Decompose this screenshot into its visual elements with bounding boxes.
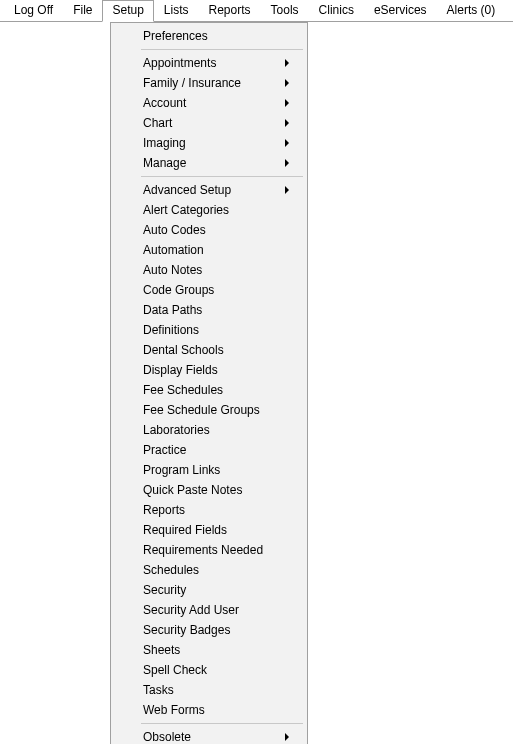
setup-dropdown: Preferences Appointments Family / Insura…: [110, 22, 308, 744]
separator: [141, 723, 303, 724]
menu-item-label: Definitions: [143, 323, 199, 337]
menu-log-off[interactable]: Log Off: [4, 0, 63, 22]
menu-item-label: Auto Notes: [143, 263, 202, 277]
menu-item-label: Sheets: [143, 643, 180, 657]
menu-file[interactable]: File: [63, 0, 102, 22]
submenu-arrow-icon: [285, 733, 289, 741]
menu-clinics[interactable]: Clinics: [309, 0, 364, 22]
menu-item-definitions[interactable]: Definitions: [113, 320, 305, 340]
menu-item-label: Advanced Setup: [143, 183, 231, 197]
menu-item-label: Code Groups: [143, 283, 214, 297]
separator: [141, 176, 303, 177]
menu-item-security-badges[interactable]: Security Badges: [113, 620, 305, 640]
menu-label: Alerts (0): [447, 3, 496, 17]
menu-item-program-links[interactable]: Program Links: [113, 460, 305, 480]
submenu-arrow-icon: [285, 59, 289, 67]
menu-item-label: Fee Schedules: [143, 383, 223, 397]
menu-item-fee-schedule-groups[interactable]: Fee Schedule Groups: [113, 400, 305, 420]
menu-item-display-fields[interactable]: Display Fields: [113, 360, 305, 380]
submenu-arrow-icon: [285, 159, 289, 167]
menu-item-label: Security Badges: [143, 623, 230, 637]
menu-item-label: Required Fields: [143, 523, 227, 537]
menu-item-advanced-setup[interactable]: Advanced Setup: [113, 180, 305, 200]
menu-item-label: Fee Schedule Groups: [143, 403, 260, 417]
menu-item-obsolete[interactable]: Obsolete: [113, 727, 305, 744]
menu-label: Lists: [164, 3, 189, 17]
menu-item-label: Requirements Needed: [143, 543, 263, 557]
menu-item-manage[interactable]: Manage: [113, 153, 305, 173]
menu-item-label: Web Forms: [143, 703, 205, 717]
menu-eservices[interactable]: eServices: [364, 0, 437, 22]
menu-item-label: Tasks: [143, 683, 174, 697]
menu-setup[interactable]: Setup: [102, 0, 153, 22]
menu-item-label: Security: [143, 583, 186, 597]
menu-item-label: Schedules: [143, 563, 199, 577]
menu-item-security[interactable]: Security: [113, 580, 305, 600]
menu-item-required-fields[interactable]: Required Fields: [113, 520, 305, 540]
separator: [141, 49, 303, 50]
menu-item-label: Automation: [143, 243, 204, 257]
menu-item-label: Imaging: [143, 136, 186, 150]
menu-item-automation[interactable]: Automation: [113, 240, 305, 260]
menu-item-quick-paste-notes[interactable]: Quick Paste Notes: [113, 480, 305, 500]
menu-item-label: Auto Codes: [143, 223, 206, 237]
menu-help[interactable]: Help: [505, 0, 513, 22]
menu-item-reports[interactable]: Reports: [113, 500, 305, 520]
menu-item-label: Security Add User: [143, 603, 239, 617]
menu-item-label: Appointments: [143, 56, 216, 70]
menu-item-label: Laboratories: [143, 423, 210, 437]
menu-item-account[interactable]: Account: [113, 93, 305, 113]
menu-item-preferences[interactable]: Preferences: [113, 26, 305, 46]
menu-item-label: Spell Check: [143, 663, 207, 677]
menu-label: File: [73, 3, 92, 17]
menu-item-laboratories[interactable]: Laboratories: [113, 420, 305, 440]
menu-item-label: Data Paths: [143, 303, 202, 317]
menu-item-security-add-user[interactable]: Security Add User: [113, 600, 305, 620]
submenu-arrow-icon: [285, 99, 289, 107]
menu-item-label: Family / Insurance: [143, 76, 241, 90]
menubar: Log Off File Setup Lists Reports Tools C…: [0, 0, 513, 22]
menu-item-auto-codes[interactable]: Auto Codes: [113, 220, 305, 240]
menu-alerts[interactable]: Alerts (0): [437, 0, 506, 22]
menu-item-requirements-needed[interactable]: Requirements Needed: [113, 540, 305, 560]
menu-item-family-insurance[interactable]: Family / Insurance: [113, 73, 305, 93]
menu-item-chart[interactable]: Chart: [113, 113, 305, 133]
menu-item-code-groups[interactable]: Code Groups: [113, 280, 305, 300]
submenu-arrow-icon: [285, 139, 289, 147]
menu-item-dental-schools[interactable]: Dental Schools: [113, 340, 305, 360]
menu-item-web-forms[interactable]: Web Forms: [113, 700, 305, 720]
menu-label: Reports: [209, 3, 251, 17]
menu-item-label: Dental Schools: [143, 343, 224, 357]
menu-item-label: Quick Paste Notes: [143, 483, 242, 497]
menu-label: Log Off: [14, 3, 53, 17]
menu-label: Clinics: [319, 3, 354, 17]
menu-label: Tools: [271, 3, 299, 17]
menu-tools[interactable]: Tools: [261, 0, 309, 22]
menu-item-sheets[interactable]: Sheets: [113, 640, 305, 660]
submenu-arrow-icon: [285, 79, 289, 87]
menu-label: eServices: [374, 3, 427, 17]
submenu-arrow-icon: [285, 119, 289, 127]
menu-item-appointments[interactable]: Appointments: [113, 53, 305, 73]
menu-item-fee-schedules[interactable]: Fee Schedules: [113, 380, 305, 400]
menu-item-practice[interactable]: Practice: [113, 440, 305, 460]
menu-item-label: Reports: [143, 503, 185, 517]
menu-item-schedules[interactable]: Schedules: [113, 560, 305, 580]
menu-item-data-paths[interactable]: Data Paths: [113, 300, 305, 320]
menu-item-label: Alert Categories: [143, 203, 229, 217]
menu-item-alert-categories[interactable]: Alert Categories: [113, 200, 305, 220]
menu-item-label: Practice: [143, 443, 186, 457]
menu-item-label: Preferences: [143, 29, 208, 43]
menu-item-imaging[interactable]: Imaging: [113, 133, 305, 153]
menu-item-tasks[interactable]: Tasks: [113, 680, 305, 700]
menu-item-spell-check[interactable]: Spell Check: [113, 660, 305, 680]
menu-reports[interactable]: Reports: [199, 0, 261, 22]
submenu-arrow-icon: [285, 186, 289, 194]
menu-item-label: Obsolete: [143, 730, 191, 744]
menu-item-label: Manage: [143, 156, 186, 170]
menu-item-label: Display Fields: [143, 363, 218, 377]
menu-item-label: Program Links: [143, 463, 220, 477]
menu-item-auto-notes[interactable]: Auto Notes: [113, 260, 305, 280]
menu-item-label: Account: [143, 96, 186, 110]
menu-lists[interactable]: Lists: [154, 0, 199, 22]
